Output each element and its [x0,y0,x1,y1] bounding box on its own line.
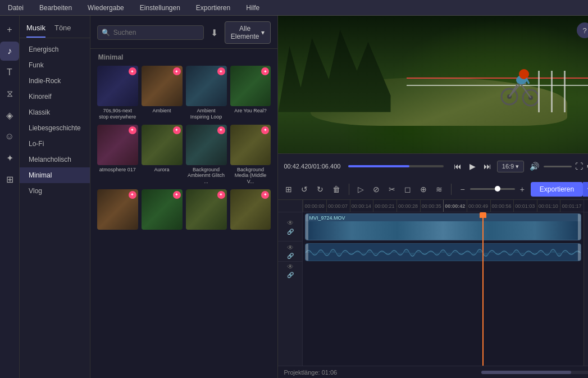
main-track-area: MVI_9724.MOV [303,212,584,366]
search-input[interactable] [97,25,204,40]
rewind-button[interactable]: ⏮ [452,160,464,173]
no-gap-button[interactable]: ⊘ [370,183,382,196]
media-grid-2: ✦ atmosphere 017 ✦ Aurora ✦ Background A… [97,125,271,185]
audio-handle-right[interactable] [578,244,581,261]
tab-musik[interactable]: Musik [26,20,45,38]
play-button[interactable]: ▶ [467,160,478,173]
category-liebesgeschichte[interactable]: Liebesgeschichte [20,120,90,136]
ruler-mark-1: 00:00:07 [326,200,350,212]
media-card-4[interactable]: ✦ Are You Real? [230,66,271,120]
help-button[interactable]: ? [577,22,588,38]
time-display: 00:42.420/01:06.400 [284,163,340,170]
media-card-8[interactable]: ✦ Background Media (Middle V... [230,125,271,185]
video-track-filename: MVI_9724.MOV [309,215,345,221]
aspect-ratio-button[interactable]: 16:9 ▾ [497,161,524,172]
menu-datei[interactable]: Datei [4,3,27,13]
media-card-1[interactable]: ✦ 70s,90s-next stop everywhere [97,66,138,120]
audio-track-clip[interactable] [305,243,581,261]
media-label-1: 70s,90s-next stop everywhere [97,108,138,120]
sidebar-icon-text[interactable]: T [0,63,19,82]
zoom-slider[interactable] [470,188,515,190]
category-vlog[interactable]: Vlog [20,183,90,199]
sidebar-icon-templates[interactable]: ⊞ [0,170,19,189]
content-panel: Musik Töne Energisch Funk Indie-Rock Kin… [20,16,90,378]
ruler-mark-5: 00:00:35 [420,200,444,212]
insert-button[interactable]: ▷ [355,183,367,196]
audio-lock-icon[interactable]: 🔗 [287,253,294,259]
volume-icon[interactable]: 🔊 [527,160,541,173]
question-mark-icon: ? [583,26,587,35]
menu-wiedergabe[interactable]: Wiedergabe [84,3,127,13]
extra-visibility-icon[interactable]: 👁 [287,263,294,271]
tab-toene[interactable]: Töne [54,20,71,38]
category-indie-rock[interactable]: Indie-Rock [20,73,90,89]
category-klassik[interactable]: Klassik [20,104,90,120]
marker-button[interactable]: ⊕ [417,183,430,196]
clip-handle-right[interactable] [578,214,581,240]
media-card-11[interactable]: ✦ [186,189,227,231]
preview-controls: 00:42.420/01:06.400 ⏮ ▶ ⏭ 16:9 ▾ 🔊 ⛶ ⚙ [278,153,588,179]
filter-label: Alle Elemente [231,25,259,40]
fullscreen-button[interactable]: ⛶ [575,162,583,171]
ruler-mark-3: 00:00:21 [373,200,396,212]
sidebar-icon-effects[interactable]: ✦ [0,148,19,167]
sidebar-icon-add[interactable]: + [0,20,19,39]
sidebar-icon-emotion[interactable]: ☺ [0,127,19,146]
sidebar-icon-transition[interactable]: ⧖ [0,84,19,103]
horizontal-scrollbar[interactable] [481,371,588,374]
extra-link-icon[interactable]: 🔗 [287,272,294,278]
search-bar: 🔍 ⬇ Alle Elemente ▾ [90,16,278,49]
sidebar-icon-music[interactable]: ♪ [0,42,19,61]
split-button[interactable]: ✂ [386,183,398,196]
fast-forward-button[interactable]: ⏭ [481,160,494,173]
menu-bearbeiten[interactable]: Bearbeiten [36,3,75,13]
menu-einstellungen[interactable]: Einstellungen [136,3,184,13]
ruler-marks-container[interactable]: 00:00:00 00:00:07 00:00:14 00:00:21 00:0… [303,200,584,212]
media-label-6: Aurora [142,167,183,173]
media-card-9[interactable]: ✦ [97,189,138,231]
filter-button[interactable]: Alle Elemente ▾ [225,21,271,44]
zoom-out-button[interactable]: − [457,183,467,196]
audio-visibility-icon[interactable]: 👁 [287,244,294,252]
video-visibility-icon[interactable]: 👁 [287,219,294,227]
sidebar-icon-filter[interactable]: ◈ [0,106,19,125]
media-card-10[interactable]: ✦ [142,189,183,231]
preview-progress-bar[interactable] [348,165,443,167]
category-kinoreif[interactable]: Kinoreif [20,89,90,104]
video-track-clip[interactable]: MVI_9724.MOV [305,213,581,240]
snap-button[interactable]: ⊞ [282,183,295,196]
audio-handle-left[interactable] [306,244,308,261]
redo-button[interactable]: ↻ [314,183,326,196]
media-card-2[interactable]: ✦ Ambient [142,66,183,120]
zoom-control: − + [457,183,527,196]
export-button[interactable]: Exportieren [531,182,583,197]
media-card-12[interactable]: ✦ [230,189,271,231]
badge-8: ✦ [261,126,269,134]
delete-button[interactable]: 🗑 [330,183,343,196]
audio-button[interactable]: ≋ [433,183,445,196]
export-dropdown-button[interactable]: ▾ [583,182,588,197]
category-lo-fi[interactable]: Lo-Fi [20,136,90,152]
category-energisch[interactable]: Energisch [20,42,90,57]
category-funk[interactable]: Funk [20,57,90,73]
clip-handle-left[interactable] [306,214,308,240]
volume-slider[interactable] [544,166,572,167]
download-button[interactable]: ⬇ [208,25,220,40]
status-bar: Projektlänge: 01:06 [278,366,588,378]
badge-6: ✦ [173,126,181,134]
media-card-3[interactable]: ✦ Ambient Inspiring Loop [186,66,227,120]
media-card-5[interactable]: ✦ atmosphere 017 [97,125,138,185]
icon-sidebar: + ♪ T ⧖ ◈ ☺ ✦ ⊞ [0,16,20,378]
category-melancholisch[interactable]: Melancholisch [20,152,90,167]
category-minimal[interactable]: Minimal [20,167,90,183]
zoom-in-button[interactable]: + [517,183,527,196]
undo-button[interactable]: ↺ [298,183,311,196]
track-side-controls: 👁 🔗 👁 🔗 👁 🔗 [278,212,303,366]
badge-9: ✦ [129,191,136,199]
menu-exportieren[interactable]: Exportieren [193,3,234,13]
media-card-6[interactable]: ✦ Aurora [142,125,183,185]
clip-button[interactable]: ◻ [402,183,414,196]
media-card-7[interactable]: ✦ Background Ambienmt Glitch ... [186,125,227,185]
video-lock-icon[interactable]: 🔗 [287,229,294,235]
menu-hilfe[interactable]: Hilfe [243,3,263,13]
